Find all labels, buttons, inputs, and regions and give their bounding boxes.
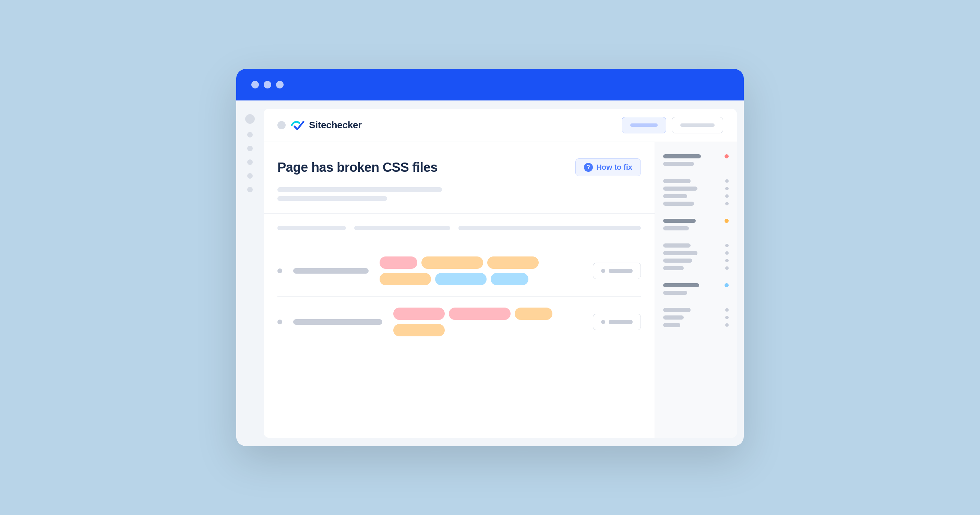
sidebar-group-6 <box>663 308 729 327</box>
desc-bar-1 <box>277 187 442 192</box>
logo-text: Sitechecker <box>309 120 362 130</box>
action-bar-2 <box>609 320 633 324</box>
row-tags-2 <box>393 308 582 336</box>
sidebar-bar-row-10 <box>663 266 729 270</box>
sb-dot-gray-6 <box>725 251 729 255</box>
sidebar-bar-row-13 <box>663 315 729 319</box>
content-area: Page has broken CSS files ? How to fix <box>264 142 655 438</box>
header-button-primary[interactable] <box>622 117 666 134</box>
sidebar-bar-row-6 <box>663 219 729 223</box>
sidebar-nav-dot-1[interactable] <box>247 132 253 137</box>
tag-pink-2 <box>393 308 445 320</box>
sb-dot-gray-2 <box>725 187 729 190</box>
sb-bar-3 <box>663 186 697 191</box>
header-button-secondary[interactable] <box>672 117 723 134</box>
sidebar-bar-row-8 <box>663 251 729 255</box>
browser-window: Sitechecker <box>236 69 744 446</box>
header-btn-primary-bar <box>630 124 658 127</box>
sidebar-nav-dot-4[interactable] <box>247 173 253 179</box>
sidebar-bar-row-9 <box>663 259 729 263</box>
sidebar-bar-row-3 <box>663 186 729 191</box>
traffic-light-minimize[interactable] <box>264 81 271 89</box>
sidebar-right <box>655 142 737 438</box>
sb-bar-9 <box>663 259 692 263</box>
sb-bar-5 <box>663 202 694 206</box>
sb-bar-8 <box>663 251 697 255</box>
question-icon: ? <box>584 163 593 172</box>
sb-dot-blue-1 <box>725 283 729 287</box>
action-dot-2 <box>601 320 605 324</box>
browser-titlebar <box>236 69 744 100</box>
sb-bar-dark-3 <box>663 283 699 287</box>
sb-dot-gray-9 <box>725 308 729 312</box>
sidebar-nav-dot-5[interactable] <box>247 187 253 192</box>
tag-pink-3 <box>449 308 511 320</box>
sb-bar-2 <box>663 179 690 183</box>
row-label-2 <box>293 319 382 325</box>
tag-orange-1 <box>422 256 483 269</box>
sidebar-group-3 <box>663 219 729 237</box>
table-header <box>277 226 641 237</box>
sb-bar-12 <box>663 308 690 312</box>
sb-bar-dark-1 <box>663 154 701 158</box>
desc-bar-2 <box>277 196 387 201</box>
sidebar-bar-row-14 <box>663 323 729 327</box>
sidebar-bar-row-2 <box>663 179 729 183</box>
sb-bar-7 <box>663 243 690 248</box>
issue-title: Page has broken CSS files <box>277 160 438 175</box>
row-label-1 <box>293 268 369 273</box>
sidebar-nav-dot-3[interactable] <box>247 159 253 165</box>
sidebar-bar-row-7 <box>663 243 729 248</box>
logo-circle <box>277 121 286 129</box>
sidebar-bar-row-12 <box>663 308 729 312</box>
sidebar-group-4 <box>663 243 729 277</box>
sb-bar-6 <box>663 226 689 230</box>
sb-dot-gray-5 <box>725 244 729 247</box>
row-action-1[interactable] <box>593 263 641 279</box>
row-tags-1 <box>380 256 582 285</box>
panel-body: Page has broken CSS files ? How to fix <box>264 142 737 438</box>
row-action-2[interactable] <box>593 314 641 330</box>
sb-bar-4 <box>663 194 687 198</box>
sb-bar-11 <box>663 291 687 295</box>
traffic-lights <box>251 81 283 89</box>
table-header-bar-2 <box>354 226 450 230</box>
logo-area: Sitechecker <box>277 119 362 131</box>
table-section <box>277 245 641 347</box>
sb-dot-red-1 <box>725 154 729 158</box>
sb-dot-gray-11 <box>725 323 729 327</box>
sidebar-nav-dot-2[interactable] <box>247 146 253 151</box>
tag-orange-5 <box>393 324 445 336</box>
table-header-bar-3 <box>458 226 641 230</box>
sb-dot-gray-4 <box>725 202 729 205</box>
traffic-light-maximize[interactable] <box>276 81 283 89</box>
how-to-fix-button[interactable]: ? How to fix <box>575 158 641 176</box>
header-btn-secondary-bar <box>680 124 714 127</box>
sb-dot-gray-1 <box>725 179 729 183</box>
main-panel: Sitechecker <box>264 109 737 438</box>
sb-bar-10 <box>663 266 684 270</box>
issue-header: Page has broken CSS files ? How to fix <box>277 158 641 176</box>
how-to-fix-label: How to fix <box>596 163 632 172</box>
action-bar-1 <box>609 269 633 273</box>
sitechecker-logo-icon <box>290 119 305 131</box>
tag-pink-1 <box>380 256 417 269</box>
sidebar-bar-row-4 <box>663 194 729 198</box>
header-buttons <box>622 117 723 134</box>
table-header-bar-1 <box>277 226 346 230</box>
sb-bar-1 <box>663 162 694 166</box>
tag-blue-2 <box>491 273 528 285</box>
table-row-2 <box>277 297 641 347</box>
sb-bar-14 <box>663 323 680 327</box>
tag-orange-3 <box>380 273 431 285</box>
traffic-light-close[interactable] <box>251 81 259 89</box>
sb-dot-gray-8 <box>725 266 729 270</box>
sb-dot-gray-3 <box>725 194 729 198</box>
sidebar-group-2 <box>663 179 729 212</box>
tag-blue-1 <box>435 273 487 285</box>
description-bars <box>277 187 641 201</box>
sidebar-group-5 <box>663 283 729 301</box>
sb-dot-orange-1 <box>725 219 729 223</box>
tag-orange-4 <box>515 308 552 320</box>
sb-dot-gray-10 <box>725 316 729 319</box>
